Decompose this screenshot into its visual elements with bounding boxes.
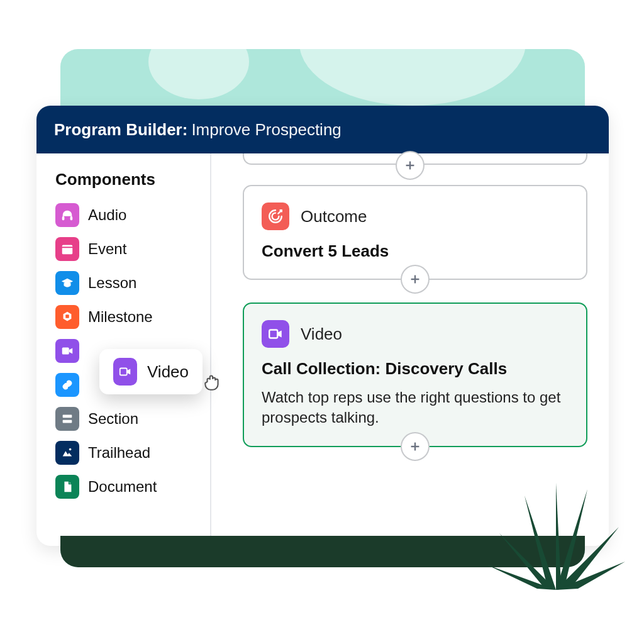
svg-rect-8 [63,415,72,418]
flag-hex-icon [55,305,79,329]
component-audio[interactable]: Audio [53,198,203,232]
calendar-icon [55,237,79,261]
svg-rect-7 [62,348,69,355]
card-description: Watch top reps use the right questions t… [262,387,569,428]
component-event[interactable]: Event [53,232,203,266]
target-icon [262,203,289,230]
section-icon [55,407,79,431]
headphones-icon [55,203,79,227]
video-icon [113,358,137,386]
component-trailhead[interactable]: Trailhead [53,436,203,470]
drag-chip-label: Video [147,362,189,382]
link-icon [55,373,79,397]
component-label: Document [88,478,157,496]
program-builder-panel: Program Builder: Improve Prospecting Com… [36,106,609,546]
component-label: Lesson [88,274,136,292]
component-label: Section [88,410,138,428]
header-subtitle: Improve Prospecting [191,120,341,140]
component-label: Event [88,240,126,258]
card-title: Call Collection: Discovery Calls [262,359,569,379]
add-step-button[interactable] [396,151,425,180]
svg-rect-0 [62,216,65,220]
component-milestone[interactable]: Milestone [53,300,203,334]
add-step-button[interactable] [401,432,430,461]
video-icon [55,339,79,363]
sidebar-heading: Components [55,170,203,189]
canvas-card-outcome[interactable]: Outcome Convert 5 Leads [243,185,587,280]
drag-chip-video[interactable]: Video [99,349,203,394]
trailhead-icon [55,441,79,465]
svg-rect-1 [70,216,73,220]
card-title: Convert 5 Leads [262,242,569,261]
header-title: Program Builder: [54,120,187,140]
component-document[interactable]: Document [53,470,203,504]
document-icon [55,475,79,499]
svg-rect-9 [63,420,72,423]
svg-rect-15 [269,330,277,338]
svg-rect-6 [65,314,69,318]
svg-point-10 [69,448,72,451]
video-icon [262,320,289,348]
component-label: Milestone [88,308,153,326]
canvas-card-video[interactable]: Video Call Collection: Discovery Calls W… [243,303,587,447]
add-step-button[interactable] [401,265,430,294]
component-label: Audio [88,206,126,224]
card-kind: Video [301,325,342,344]
panel-header: Program Builder: Improve Prospecting [36,106,609,153]
svg-rect-18 [120,369,127,375]
component-label: Trailhead [88,444,150,462]
grad-cap-icon [55,271,79,295]
aloe-plant-illustration [487,483,625,590]
card-kind: Outcome [301,207,367,226]
component-section[interactable]: Section [53,402,203,436]
component-lesson[interactable]: Lesson [53,266,203,300]
grab-cursor-icon [201,371,223,392]
svg-rect-2 [62,245,73,255]
